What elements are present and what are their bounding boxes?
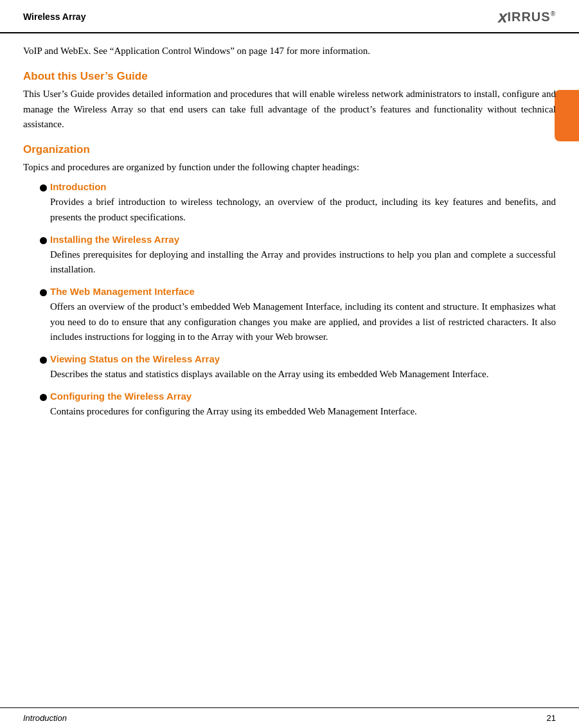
list-item-heading: Installing the Wireless Array <box>50 234 556 245</box>
list-item-heading: Configuring the Wireless Array <box>50 391 556 402</box>
list-item-description: Describes the status and statistics disp… <box>50 367 556 382</box>
list-item: Installing the Wireless Array Defines pr… <box>36 234 556 278</box>
list-item-description: Contains procedures for configuring the … <box>50 404 556 419</box>
organization-heading: Organization <box>23 143 556 156</box>
list-item-heading: The Web Management Interface <box>50 286 556 297</box>
list-item-content: Viewing Status on the Wireless Array Des… <box>50 353 556 382</box>
about-heading: About this User’s Guide <box>23 70 556 83</box>
main-content: VoIP and WebEx. See “Application Control… <box>0 33 579 707</box>
list-item: Configuring the Wireless Array Contains … <box>36 391 556 419</box>
list-item-content: Configuring the Wireless Array Contains … <box>50 391 556 419</box>
list-item: Viewing Status on the Wireless Array Des… <box>36 353 556 382</box>
list-item: Introduction Provides a brief introducti… <box>36 181 556 225</box>
bullet-icon <box>36 392 50 401</box>
organization-section: Organization Topics and procedures are o… <box>23 143 556 420</box>
bullet-circle <box>40 394 47 401</box>
bullet-circle <box>40 184 47 191</box>
header-title: Wireless Array <box>23 12 85 22</box>
logo: x IRRUS® <box>498 7 556 27</box>
list-item-content: The Web Management Interface Offers an o… <box>50 286 556 344</box>
list-item-description: Offers an overview of the product’s embe… <box>50 299 556 344</box>
bullet-icon <box>36 287 50 296</box>
logo-text: IRRUS® <box>507 10 556 24</box>
page-wrapper: Wireless Array x IRRUS® VoIP and WebEx. … <box>0 0 579 728</box>
organization-list: Introduction Provides a brief introducti… <box>36 181 556 419</box>
about-section: About this User’s Guide This User’s Guid… <box>23 70 556 132</box>
list-item: The Web Management Interface Offers an o… <box>36 286 556 344</box>
bullet-icon <box>36 235 50 244</box>
footer: Introduction 21 <box>0 707 579 728</box>
footer-label: Introduction <box>23 713 67 723</box>
list-item-heading: Introduction <box>50 181 556 192</box>
list-item-heading: Viewing Status on the Wireless Array <box>50 353 556 364</box>
bullet-circle <box>40 289 47 296</box>
list-item-content: Introduction Provides a brief introducti… <box>50 181 556 225</box>
bullet-icon <box>36 182 50 191</box>
list-item-description: Defines prerequisites for deploying and … <box>50 247 556 278</box>
bullet-circle <box>40 237 47 244</box>
footer-page-number: 21 <box>547 713 556 723</box>
bullet-circle <box>40 357 47 364</box>
about-body: This User’s Guide provides detailed info… <box>23 87 556 132</box>
header: Wireless Array x IRRUS® <box>0 0 579 33</box>
bullet-icon <box>36 355 50 364</box>
list-item-content: Installing the Wireless Array Defines pr… <box>50 234 556 278</box>
logo-x: x <box>498 7 507 27</box>
list-item-description: Provides a brief introduction to wireles… <box>50 195 556 225</box>
intro-paragraph: VoIP and WebEx. See “Application Control… <box>23 44 556 58</box>
organization-body: Topics and procedures are organized by f… <box>23 160 556 175</box>
